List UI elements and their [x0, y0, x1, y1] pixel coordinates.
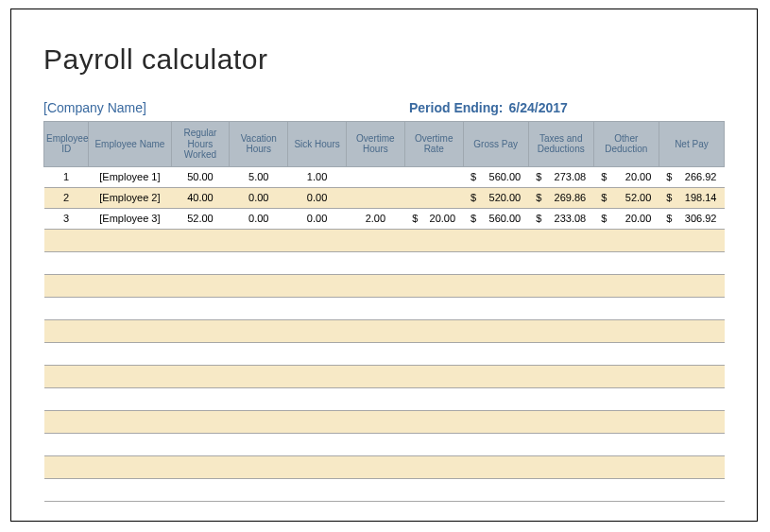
cell-empty	[288, 387, 347, 410]
col-employee-id: Employee ID	[44, 122, 89, 167]
cell-overtime-rate	[404, 187, 463, 208]
table-row-empty	[44, 229, 725, 251]
cell-empty	[89, 387, 171, 410]
cell-regular-hours: 40.00	[171, 187, 230, 208]
cell-empty	[463, 455, 528, 478]
table-row-empty	[44, 342, 725, 365]
cell-empty	[346, 410, 404, 433]
cell-empty	[528, 342, 593, 365]
cell-empty	[404, 410, 463, 433]
cell-empty	[404, 365, 463, 387]
col-gross-pay: Gross Pay	[463, 122, 528, 167]
cell-empty	[463, 229, 528, 251]
cell-empty	[659, 365, 724, 387]
cell-empty	[404, 229, 463, 251]
cell-empty	[593, 433, 659, 455]
cell-empty	[463, 410, 528, 433]
table-row: 3[Employee 3]52.000.000.002.00$20.00$560…	[44, 208, 725, 229]
cell-empty	[230, 387, 288, 410]
cell-empty	[230, 319, 288, 342]
cell-empty	[89, 433, 171, 455]
page-title: Payroll calculator	[43, 43, 725, 76]
document-frame: Payroll calculator [Company Name] Period…	[10, 9, 758, 522]
cell-empty	[404, 297, 463, 319]
cell-overtime-rate	[404, 166, 463, 187]
col-overtime-rate: Overtime Rate	[404, 122, 463, 167]
cell-gross-pay: $520.00	[463, 187, 528, 208]
cell-empty	[288, 455, 347, 478]
cell-empty	[346, 455, 404, 478]
cell-other-deduction: $20.00	[593, 208, 659, 229]
col-employee-name: Employee Name	[89, 122, 171, 167]
cell-empty	[230, 251, 288, 274]
cell-empty	[171, 455, 230, 478]
cell-empty	[89, 297, 171, 319]
cell-empty	[230, 455, 288, 478]
cell-empty	[463, 274, 528, 297]
cell-empty	[346, 387, 404, 410]
cell-empty	[230, 297, 288, 319]
table-row-empty	[44, 319, 725, 342]
cell-gross-pay: $560.00	[463, 166, 528, 187]
cell-empty	[288, 274, 347, 297]
cell-empty	[89, 455, 171, 478]
cell-empty	[44, 274, 89, 297]
cell-empty	[230, 410, 288, 433]
cell-sick-hours: 0.00	[288, 187, 347, 208]
cell-empty	[44, 455, 89, 478]
cell-vacation-hours: 5.00	[230, 166, 288, 187]
cell-empty	[593, 319, 659, 342]
period-ending: Period Ending: 6/24/2017	[409, 100, 568, 115]
cell-empty	[593, 251, 659, 274]
cell-empty	[346, 365, 404, 387]
cell-taxes: $273.08	[528, 166, 593, 187]
col-vacation-hours: Vacation Hours	[230, 122, 288, 167]
cell-empty	[528, 478, 593, 501]
cell-empty	[528, 387, 593, 410]
cell-overtime-rate: $20.00	[404, 208, 463, 229]
cell-empty	[593, 274, 659, 297]
cell-regular-hours: 50.00	[171, 166, 230, 187]
cell-empty	[528, 410, 593, 433]
cell-overtime-hours	[346, 187, 404, 208]
cell-empty	[288, 478, 347, 501]
cell-empty	[346, 229, 404, 251]
cell-empty	[528, 319, 593, 342]
cell-empty	[230, 342, 288, 365]
cell-empty	[89, 342, 171, 365]
cell-empty	[659, 297, 724, 319]
cell-empty	[171, 365, 230, 387]
cell-empty	[346, 274, 404, 297]
cell-sick-hours: 0.00	[288, 208, 347, 229]
cell-empty	[463, 365, 528, 387]
cell-regular-hours: 52.00	[171, 208, 230, 229]
cell-empty	[346, 251, 404, 274]
period-date: 6/24/2017	[509, 100, 568, 115]
cell-empty	[44, 342, 89, 365]
cell-empty	[404, 319, 463, 342]
cell-empty	[528, 297, 593, 319]
cell-empty	[404, 478, 463, 501]
cell-taxes: $269.86	[528, 187, 593, 208]
cell-empty	[288, 251, 347, 274]
cell-empty	[171, 387, 230, 410]
cell-empty	[44, 365, 89, 387]
col-sick-hours: Sick Hours	[288, 122, 347, 167]
cell-empty	[288, 433, 347, 455]
cell-empty	[171, 433, 230, 455]
cell-empty	[89, 365, 171, 387]
cell-employee-id: 1	[44, 166, 89, 187]
cell-empty	[44, 478, 89, 501]
cell-empty	[659, 251, 724, 274]
cell-empty	[89, 251, 171, 274]
col-other-deduction: Other Deduction	[593, 122, 659, 167]
cell-empty	[346, 478, 404, 501]
cell-empty	[528, 433, 593, 455]
col-regular-hours: Regular Hours Worked	[171, 122, 230, 167]
cell-empty	[463, 478, 528, 501]
cell-other-deduction: $52.00	[593, 187, 659, 208]
table-row: 1[Employee 1]50.005.001.00$560.00$273.08…	[44, 166, 725, 187]
cell-empty	[659, 387, 724, 410]
cell-vacation-hours: 0.00	[230, 187, 288, 208]
table-body: 1[Employee 1]50.005.001.00$560.00$273.08…	[44, 166, 725, 501]
